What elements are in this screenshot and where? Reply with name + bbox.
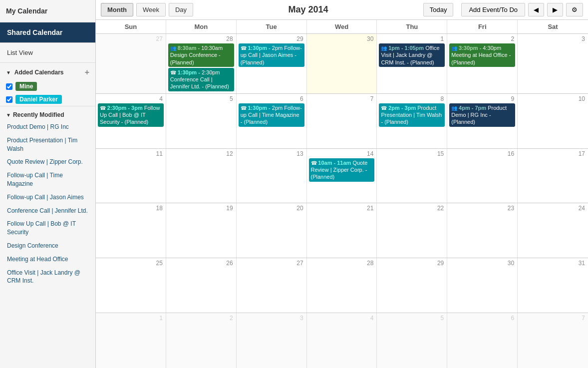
day-number: 16	[449, 150, 515, 158]
calendar-event[interactable]: 👥 1pm - 1:05pm Office Visit | Jack Landr…	[379, 43, 445, 67]
calendar-event[interactable]: 👥 3:30pm - 4:30pm Meeting at Head Office…	[449, 43, 515, 67]
add-event-button[interactable]: Add Event/To Do	[461, 3, 525, 16]
recent-item[interactable]: Follow Up Call | Bob @ IT Security	[0, 217, 95, 239]
day-number: 4	[98, 95, 164, 103]
calendar-event[interactable]: ☎ 1:30pm - 2pm Follow-up Call | Jason Ai…	[239, 43, 304, 67]
event-time: 1:30pm -	[248, 45, 270, 51]
calendar-cell[interactable]: 19	[166, 203, 237, 258]
calendar-event[interactable]: 👥 4pm - 7pm Product Demo | RG Inc - (Pla…	[449, 103, 515, 127]
day-number: 7	[309, 95, 375, 103]
day-view-button[interactable]: Day	[169, 3, 193, 16]
recent-item[interactable]: Meeting at Head Office	[0, 253, 95, 266]
recent-item[interactable]: Design Conference	[0, 239, 95, 253]
daniel-calendar-item: Daniel Parker	[0, 93, 95, 106]
calendar-cell[interactable]: 30	[307, 34, 377, 93]
calendar-week: 25262728293031	[96, 258, 588, 313]
daniel-calendar-checkbox[interactable]	[6, 96, 12, 103]
list-view-nav[interactable]: List View	[0, 43, 95, 63]
month-view-button[interactable]: Month	[101, 3, 133, 16]
calendar-cell[interactable]: 10	[518, 94, 588, 148]
calendar-cell[interactable]: 6☎ 1:30pm - 2pm Follow-up Call | Time Ma…	[237, 94, 307, 148]
mine-calendar-checkbox[interactable]	[6, 83, 12, 90]
calendar-cell[interactable]: 11	[96, 149, 166, 203]
calendar-cell[interactable]: 3	[518, 34, 588, 93]
recent-item[interactable]: Quote Review | Zipper Corp.	[0, 155, 95, 169]
calendar-cell[interactable]: 23	[447, 203, 518, 258]
calendar-cell[interactable]: 6	[447, 313, 518, 368]
recently-modified-toggle-icon: ▼	[6, 112, 11, 118]
prev-month-button[interactable]: ◀	[528, 3, 544, 16]
day-number: 9	[449, 95, 515, 103]
calendar-cell[interactable]: 12	[166, 149, 237, 203]
calendar-cell[interactable]: 20	[237, 203, 307, 258]
calendar-cell[interactable]: 15	[377, 149, 447, 203]
next-month-button[interactable]: ▶	[547, 3, 563, 16]
added-calendars-toggle: ▼ Added Calendars	[6, 69, 64, 76]
calendar-cell[interactable]: 1	[96, 313, 166, 368]
add-calendar-button[interactable]: +	[85, 68, 89, 77]
day-number: 27	[239, 259, 304, 268]
calendar-cell[interactable]: 7	[307, 94, 377, 148]
calendar-cell[interactable]: 4	[307, 313, 377, 368]
event-time: 10am - 11am	[318, 160, 351, 166]
added-calendars-section: ▼ Added Calendars +	[0, 63, 95, 80]
shared-calendar-nav[interactable]: Shared Calendar	[0, 22, 95, 43]
recent-item[interactable]: Product Presentation | Tim Walsh	[0, 134, 95, 156]
calendar-event[interactable]: ☎ 10am - 11am Quote Review | Zipper Corp…	[309, 158, 375, 182]
calendar-cell[interactable]: 28	[307, 258, 377, 313]
week-view-button[interactable]: Week	[136, 3, 166, 16]
recent-item[interactable]: Product Demo | RG Inc	[0, 120, 95, 134]
phone-icon: ☎	[381, 105, 388, 111]
calendar-cell[interactable]: 2	[166, 313, 237, 368]
calendar-cell[interactable]: 7	[518, 313, 588, 368]
day-number: 28	[309, 259, 375, 268]
day-number: 3	[520, 35, 586, 43]
day-number: 26	[168, 259, 234, 268]
calendar-cell[interactable]: 24	[518, 203, 588, 258]
recent-item[interactable]: Follow-up Call | Time Magazine	[0, 169, 95, 191]
calendar-cell[interactable]: 29	[377, 258, 447, 313]
calendar-event[interactable]: ☎ 2:30pm - 3pm Follow Up Call | Bob @ IT…	[98, 103, 164, 127]
calendar-cell[interactable]: 27	[96, 34, 166, 93]
day-number: 7	[520, 314, 586, 323]
day-number: 25	[98, 259, 164, 268]
calendar-cell[interactable]: 25	[96, 258, 166, 313]
calendar-event[interactable]: 👥 8:30am - 10:30am Design Conference - (…	[168, 43, 234, 67]
calendar-cell[interactable]: 22	[377, 203, 447, 258]
recent-item[interactable]: Follow-up Call | Jason Aimes	[0, 191, 95, 204]
recent-item[interactable]: Conference Call | Jennifer Ltd.	[0, 204, 95, 218]
calendar-cell[interactable]: 31	[518, 258, 588, 313]
calendar-cell[interactable]: 13	[237, 149, 307, 203]
day-number: 4	[309, 314, 375, 323]
calendar-event[interactable]: ☎ 1:30pm - 2:30pm Conference Call | Jenn…	[168, 68, 234, 91]
calendar-cell[interactable]: 27	[237, 258, 307, 313]
calendar-cell[interactable]: 1👥 1pm - 1:05pm Office Visit | Jack Land…	[377, 34, 447, 93]
calendar-cell[interactable]: 8☎ 2pm - 3pm Product Presentation | Tim …	[377, 94, 447, 148]
settings-button[interactable]: ⚙	[566, 3, 583, 16]
mine-calendar-label: Mine	[15, 82, 37, 91]
today-button[interactable]: Today	[423, 3, 454, 16]
calendar-cell[interactable]: 18	[96, 203, 166, 258]
calendar-cell[interactable]: 28👥 8:30am - 10:30am Design Conference -…	[166, 34, 237, 93]
calendar-cell[interactable]: 5	[166, 94, 237, 148]
calendar-cell[interactable]: 2👥 3:30pm - 4:30pm Meeting at Head Offic…	[447, 34, 518, 93]
day-number: 19	[168, 204, 234, 213]
calendar-cell[interactable]: 14☎ 10am - 11am Quote Review | Zipper Co…	[307, 149, 377, 203]
calendar-cell[interactable]: 16	[447, 149, 518, 203]
calendar-cell[interactable]: 5	[377, 313, 447, 368]
daniel-calendar-label: Daniel Parker	[15, 95, 62, 104]
calendar-cell[interactable]: 4☎ 2:30pm - 3pm Follow Up Call | Bob @ I…	[96, 94, 166, 148]
calendar-event[interactable]: ☎ 2pm - 3pm Product Presentation | Tim W…	[379, 103, 445, 127]
calendar-cell[interactable]: 3	[237, 313, 307, 368]
calendar-cell[interactable]: 21	[307, 203, 377, 258]
calendar-cell[interactable]: 17	[518, 149, 588, 203]
calendar-cell[interactable]: 30	[447, 258, 518, 313]
day-number: 5	[168, 95, 234, 103]
event-time: 1pm - 1:05pm	[388, 45, 424, 51]
calendar-cell[interactable]: 26	[166, 258, 237, 313]
calendar-cell[interactable]: 9👥 4pm - 7pm Product Demo | RG Inc - (Pl…	[447, 94, 518, 148]
calendar-week: 11121314☎ 10am - 11am Quote Review | Zip…	[96, 149, 588, 204]
calendar-event[interactable]: ☎ 1:30pm - 2pm Follow-up Call | Time Mag…	[239, 103, 304, 127]
calendar-cell[interactable]: 29☎ 1:30pm - 2pm Follow-up Call | Jason …	[237, 34, 307, 93]
recent-item[interactable]: Office Visit | Jack Landry @ CRM Inst.	[0, 266, 95, 288]
